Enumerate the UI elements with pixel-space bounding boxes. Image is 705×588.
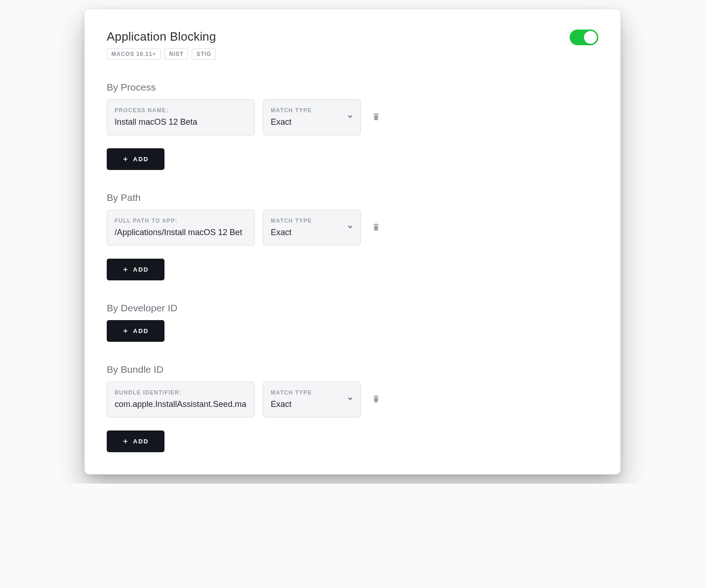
section-by-developer-id: By Developer ID ADD [107,303,598,342]
tag-stig: STIG [192,48,216,60]
section-by-bundle-id: By Bundle ID BUNDLE IDENTIFIER: com.appl… [107,364,598,452]
path-row: FULL PATH TO APP: /Applications/Install … [107,210,598,246]
process-match-value: Exact [271,117,353,127]
delete-process-button[interactable] [369,109,383,125]
page-title: Application Blocking [107,30,216,44]
process-name-label: PROCESS NAME: [115,107,247,114]
trash-icon [372,394,380,403]
card-header: Application Blocking MACOS 10.11+ NIST S… [107,30,598,60]
chevron-down-icon [346,395,354,404]
path-label: FULL PATH TO APP: [115,218,247,224]
bundle-id-label: BUNDLE IDENTIFIER: [115,389,247,396]
section-by-process: By Process PROCESS NAME: Install macOS 1… [107,82,598,170]
header-left: Application Blocking MACOS 10.11+ NIST S… [107,30,216,60]
path-value: /Applications/Install macOS 12 Bet [115,228,247,237]
bundle-match-value: Exact [271,400,353,409]
bundle-match-label: MATCH TYPE [271,389,353,396]
section-title-process: By Process [107,82,598,93]
toggle-knob [584,31,597,44]
process-match-select[interactable]: MATCH TYPE Exact [263,99,361,135]
process-name-value: Install macOS 12 Beta [115,117,247,127]
enable-toggle[interactable] [570,30,598,45]
plus-icon [122,156,128,162]
process-row: PROCESS NAME: Install macOS 12 Beta MATC… [107,99,598,135]
section-by-path: By Path FULL PATH TO APP: /Applications/… [107,192,598,280]
add-developer-id-label: ADD [133,327,149,334]
settings-card: Application Blocking MACOS 10.11+ NIST S… [85,9,620,474]
add-bundle-id-button[interactable]: ADD [107,430,164,452]
trash-icon [372,112,380,121]
bundle-row: BUNDLE IDENTIFIER: com.apple.InstallAssi… [107,382,598,418]
plus-icon [122,328,128,334]
path-match-label: MATCH TYPE [271,218,353,224]
process-match-label: MATCH TYPE [271,107,353,114]
bundle-id-value: com.apple.InstallAssistant.Seed.ma [115,400,247,409]
process-name-field[interactable]: PROCESS NAME: Install macOS 12 Beta [107,99,255,135]
add-process-button[interactable]: ADD [107,148,164,170]
add-process-label: ADD [133,156,149,163]
section-title-dev: By Developer ID [107,303,598,314]
delete-bundle-button[interactable] [369,392,383,407]
tag-list: MACOS 10.11+ NIST STIG [107,48,216,60]
section-title-bundle: By Bundle ID [107,364,598,375]
tag-nist: NIST [164,48,188,60]
plus-icon [122,267,128,273]
delete-path-button[interactable] [369,220,383,236]
add-developer-id-button[interactable]: ADD [107,320,164,342]
add-bundle-id-label: ADD [133,438,149,445]
chevron-down-icon [346,113,354,122]
path-match-value: Exact [271,228,353,237]
path-field[interactable]: FULL PATH TO APP: /Applications/Install … [107,210,255,246]
bundle-id-field[interactable]: BUNDLE IDENTIFIER: com.apple.InstallAssi… [107,382,255,418]
chevron-down-icon [346,223,354,232]
section-title-path: By Path [107,192,598,203]
trash-icon [372,223,380,231]
bundle-match-select[interactable]: MATCH TYPE Exact [263,382,361,418]
path-match-select[interactable]: MATCH TYPE Exact [263,210,361,246]
add-path-button[interactable]: ADD [107,259,164,280]
add-path-label: ADD [133,266,149,273]
plus-icon [122,438,128,444]
tag-macos: MACOS 10.11+ [107,48,161,60]
